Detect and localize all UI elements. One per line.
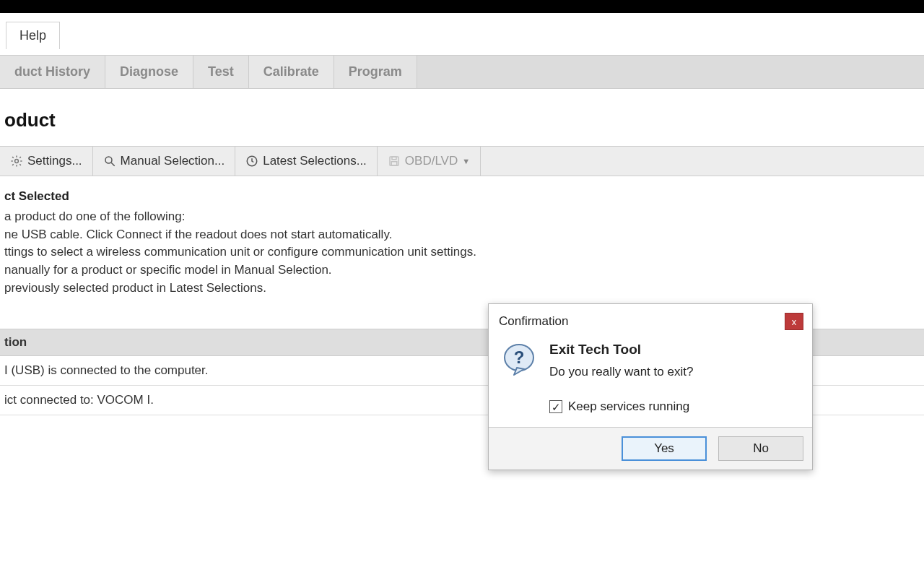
keep-services-checkbox[interactable]: ✓ <box>549 400 562 413</box>
keep-services-label: Keep services running <box>568 399 689 414</box>
instruction-line: a product do one of the following: <box>4 208 920 226</box>
dialog-heading: Exit Tech Tool <box>549 342 799 365</box>
obd-lvd-dropdown[interactable]: OBD/LVD ▼ <box>378 147 481 176</box>
confirmation-dialog: Confirmation x ? Exit Tech Tool Do you r… <box>488 303 813 470</box>
settings-label: Settings... <box>27 154 82 168</box>
svg-point-0 <box>15 160 19 163</box>
instruction-line: ttings to select a wireless communicatio… <box>4 243 920 261</box>
svg-rect-5 <box>392 157 396 160</box>
manual-selection-button[interactable]: Manual Selection... <box>93 147 236 176</box>
page-title: oduct <box>0 102 924 146</box>
dialog-message: Do you really want to exit? <box>549 365 799 399</box>
svg-point-1 <box>105 157 112 163</box>
svg-rect-6 <box>391 162 397 165</box>
dialog-titlebar: Confirmation x <box>489 304 812 337</box>
toolbar: Settings... Manual Selection... Latest S… <box>0 146 924 176</box>
instructions-section: ct Selected a product do one of the foll… <box>0 176 924 300</box>
keep-services-checkbox-row[interactable]: ✓ Keep services running <box>549 399 799 414</box>
svg-text:?: ? <box>514 347 525 367</box>
no-button[interactable]: No <box>718 436 803 461</box>
chevron-down-icon: ▼ <box>462 157 470 165</box>
gear-icon <box>10 155 23 168</box>
tab-calibrate[interactable]: Calibrate <box>249 56 334 88</box>
section-heading: ct Selected <box>4 189 920 208</box>
instruction-line: ne USB cable. Click Connect if the reado… <box>4 226 920 244</box>
top-bar <box>0 0 924 13</box>
menu-bar: Help <box>0 13 924 55</box>
svg-line-2 <box>111 163 115 166</box>
yes-button[interactable]: Yes <box>622 436 707 461</box>
tab-program[interactable]: Program <box>334 56 417 88</box>
latest-selections-button[interactable]: Latest Selections... <box>235 147 378 176</box>
dialog-title: Confirmation <box>499 314 568 329</box>
instruction-line: previously selected product in Latest Se… <box>4 280 920 298</box>
tab-diagnose[interactable]: Diagnose <box>105 56 193 88</box>
menu-help[interactable]: Help <box>6 22 60 49</box>
settings-button[interactable]: Settings... <box>0 147 93 176</box>
save-icon <box>388 155 401 168</box>
dialog-footer: Yes No <box>489 427 812 470</box>
obd-lvd-label: OBD/LVD <box>405 154 458 168</box>
instruction-line: nanually for a product or specific model… <box>4 261 920 280</box>
clock-icon <box>245 155 258 168</box>
search-icon <box>103 155 116 168</box>
manual-selection-label: Manual Selection... <box>121 154 225 168</box>
dialog-content: Exit Tech Tool Do you really want to exi… <box>549 342 799 414</box>
dialog-body: ? Exit Tech Tool Do you really want to e… <box>489 337 812 427</box>
latest-selections-label: Latest Selections... <box>263 154 367 168</box>
tab-bar: duct History Diagnose Test Calibrate Pro… <box>0 55 924 89</box>
question-icon: ? <box>502 342 536 414</box>
tab-test[interactable]: Test <box>193 56 249 88</box>
tab-product-history[interactable]: duct History <box>0 56 105 88</box>
dialog-close-button[interactable]: x <box>785 313 803 330</box>
